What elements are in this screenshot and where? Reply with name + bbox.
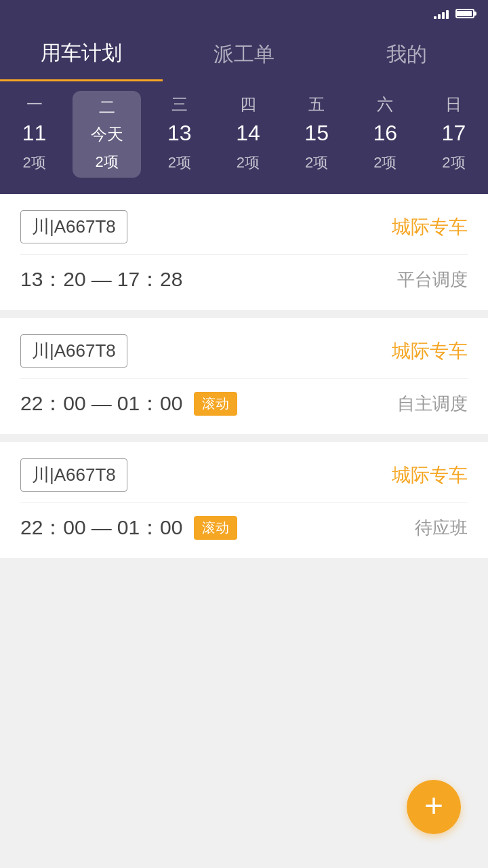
content-area: 川|A667T8 城际专车 13：20 — 17：28 平台调度 川|A667T… — [0, 194, 488, 558]
time-separator: — — [92, 517, 112, 540]
calendar-day-wed[interactable]: 三 13 2项 — [145, 88, 214, 180]
calendar-day-weekday: 五 — [308, 94, 325, 115]
calendar-day-items: 2项 — [168, 153, 191, 173]
calendar-day-items: 2项 — [442, 153, 465, 173]
calendar-day-thu[interactable]: 四 14 2项 — [214, 88, 282, 180]
service-type: 城际专车 — [392, 338, 468, 364]
calendar-day-items: 2项 — [96, 152, 119, 172]
add-button[interactable]: + — [407, 780, 461, 834]
time-start: 22：00 — [20, 390, 86, 418]
calendar-day-sun[interactable]: 日 17 2项 — [420, 88, 488, 180]
calendar-day-items: 2项 — [373, 153, 396, 173]
time-separator: — — [92, 393, 112, 416]
card-header: 川|A667T8 城际专车 — [20, 334, 468, 368]
calendar-day-tue[interactable]: 二 今天 2项 — [73, 91, 141, 178]
plate-number: 川|A667T8 — [20, 210, 127, 243]
plus-icon: + — [424, 789, 443, 822]
list-item[interactable]: 川|A667T8 城际专车 13：20 — 17：28 平台调度 — [0, 194, 488, 310]
dispatch-type: 平台调度 — [397, 268, 468, 292]
calendar-day-weekday: 一 — [26, 94, 43, 115]
divider — [20, 378, 468, 379]
calendar: 一 11 2项 二 今天 2项 三 13 2项 四 14 2项 五 15 2项 — [0, 81, 488, 194]
plate-number: 川|A667T8 — [20, 458, 127, 492]
card-footer: 22：00 — 01：00 滚动 自主调度 — [20, 390, 468, 418]
tab-mine[interactable]: 我的 — [325, 27, 488, 81]
calendar-day-today-label: 今天 — [91, 123, 123, 145]
service-type: 城际专车 — [392, 462, 468, 488]
tab-plan-label: 用车计划 — [41, 39, 122, 67]
time-separator: — — [92, 269, 112, 292]
service-type: 城际专车 — [392, 214, 468, 240]
tab-dispatch-label: 派工单 — [214, 41, 274, 68]
calendar-day-items: 2项 — [305, 153, 328, 173]
list-item[interactable]: 川|A667T8 城际专车 22：00 — 01：00 滚动 自主调度 — [0, 318, 488, 434]
time-range: 13：20 — 17：28 — [20, 266, 183, 294]
card-header: 川|A667T8 城际专车 — [20, 210, 468, 243]
calendar-week-row: 一 11 2项 二 今天 2项 三 13 2项 四 14 2项 五 15 2项 — [0, 88, 488, 180]
calendar-day-items: 2项 — [237, 153, 260, 173]
calendar-day-date: 14 — [236, 121, 260, 146]
time-start: 13：20 — [20, 266, 86, 294]
plate-number: 川|A667T8 — [20, 334, 127, 368]
calendar-day-weekday: 日 — [445, 94, 462, 115]
dispatch-type: 待应班 — [415, 516, 468, 540]
calendar-day-weekday: 四 — [240, 94, 256, 115]
divider — [20, 254, 468, 255]
calendar-day-weekday: 二 — [99, 96, 115, 118]
calendar-day-weekday: 三 — [171, 94, 188, 115]
card-footer: 22：00 — 01：00 滚动 待应班 — [20, 514, 468, 542]
tab-bar: 用车计划 派工单 我的 — [0, 27, 488, 81]
status-bar — [0, 0, 488, 27]
calendar-day-mon[interactable]: 一 11 2项 — [0, 88, 68, 180]
time-range: 22：00 — 01：00 滚动 — [20, 390, 237, 418]
dispatch-type: 自主调度 — [397, 392, 468, 416]
battery-icon — [455, 9, 474, 18]
time-end: 17：28 — [117, 266, 183, 294]
rolling-badge: 滚动 — [194, 392, 237, 416]
calendar-day-date: 17 — [442, 121, 466, 146]
calendar-day-weekday: 六 — [377, 94, 393, 115]
time-end: 01：00 — [117, 390, 183, 418]
tab-plan[interactable]: 用车计划 — [0, 27, 163, 81]
calendar-day-fri[interactable]: 五 15 2项 — [283, 88, 351, 180]
time-start: 22：00 — [20, 514, 86, 542]
calendar-day-date: 15 — [304, 121, 329, 146]
calendar-day-date: 13 — [167, 121, 192, 146]
calendar-day-date: 16 — [373, 121, 397, 146]
calendar-day-items: 2项 — [22, 153, 45, 173]
list-item[interactable]: 川|A667T8 城际专车 22：00 — 01：00 滚动 待应班 — [0, 442, 488, 558]
tab-mine-label: 我的 — [386, 41, 427, 68]
signal-icon — [434, 8, 449, 19]
calendar-day-date: 11 — [22, 121, 47, 146]
rolling-badge: 滚动 — [194, 516, 237, 540]
tab-dispatch[interactable]: 派工单 — [163, 27, 325, 81]
time-end: 01：00 — [117, 514, 183, 542]
divider — [20, 502, 468, 503]
calendar-day-sat[interactable]: 六 16 2项 — [351, 88, 420, 180]
card-header: 川|A667T8 城际专车 — [20, 458, 468, 492]
card-footer: 13：20 — 17：28 平台调度 — [20, 266, 468, 294]
time-range: 22：00 — 01：00 滚动 — [20, 514, 237, 542]
